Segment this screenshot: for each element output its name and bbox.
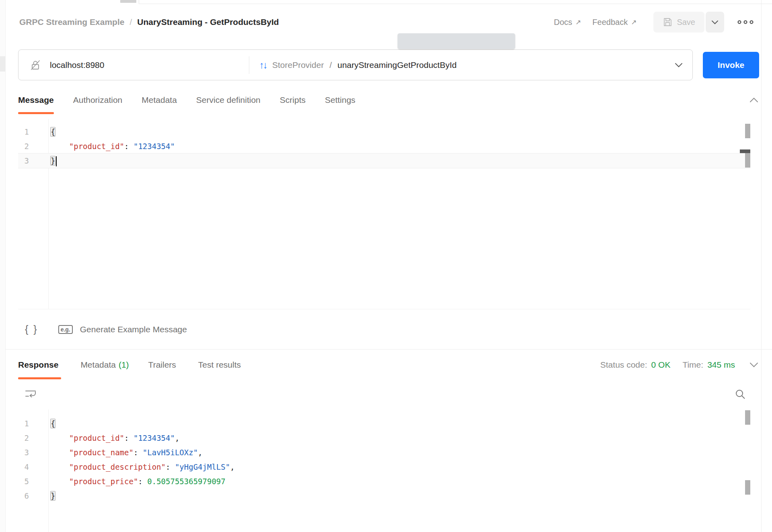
docs-link[interactable]: Docs ↗ [554, 18, 581, 27]
response-status: Status code: 0 OK Time: 345 ms [600, 360, 735, 370]
line-number: 2 [18, 139, 48, 153]
more-actions-button[interactable] [737, 20, 754, 25]
ellipsis-icon [737, 20, 754, 25]
request-header: GRPC Streaming Example / UnaryStreaming … [0, 4, 772, 40]
response-code[interactable]: 1{2 "product_id": "1234354",3 "product_n… [18, 409, 750, 503]
code-text[interactable]: "product_id": "1234354", [48, 431, 179, 445]
time-value: 345 ms [707, 360, 735, 370]
code-line[interactable]: 2 "product_id": "1234354", [18, 431, 750, 445]
tooltip-placeholder [398, 33, 515, 49]
wrap-lines-button[interactable] [25, 389, 37, 399]
code-line[interactable]: 3 "product_name": "LavH5iLOXz", [18, 445, 750, 460]
scrollbar-cursor-mark[interactable] [740, 149, 750, 153]
code-line[interactable]: 3} [18, 153, 750, 168]
code-text[interactable]: { [48, 416, 55, 431]
code-text[interactable]: "product_description": "yHgG4jMlLS", [48, 460, 235, 474]
breadcrumb-separator: / [129, 17, 132, 27]
tab-bar-remnant [6, 0, 772, 4]
chevron-down-icon [749, 362, 758, 368]
wrap-lines-icon [25, 389, 37, 399]
host-field[interactable]: localhost:8980 [18, 59, 249, 71]
line-number: 4 [18, 460, 48, 474]
search-icon [735, 389, 745, 399]
code-line[interactable]: 1{ [18, 416, 750, 431]
tab-label: Response [18, 360, 58, 370]
code-line[interactable]: 6} [18, 489, 750, 503]
tab-test-results[interactable]: Test results [198, 350, 244, 380]
chevron-down-icon [711, 20, 719, 25]
code-line[interactable]: 1{ [18, 125, 750, 139]
request-url-row: localhost:8980 ↑↓ StoreProvider / unaryS… [18, 49, 759, 80]
scrollbar-thumb[interactable] [745, 153, 750, 168]
tab-scripts[interactable]: Scripts [280, 85, 306, 115]
scrollbar-thumb[interactable] [745, 410, 750, 425]
line-number: 2 [18, 431, 48, 445]
chevron-up-icon [749, 98, 758, 103]
message-code[interactable]: 1{2 "product_id": "1234354"3} [18, 119, 750, 168]
sidebar-strip-handle[interactable] [0, 56, 5, 72]
collapse-request-pane-button[interactable] [749, 98, 758, 103]
message-footer: { } e.g. Generate Example Message [0, 309, 772, 349]
docs-label: Docs [554, 18, 572, 27]
code-text[interactable]: "product_id": "1234354" [48, 139, 175, 153]
insecure-connection-icon [30, 59, 41, 71]
url-bar: localhost:8980 ↑↓ StoreProvider / unaryS… [18, 49, 693, 80]
method-name: unaryStreamingGetProductById [337, 60, 456, 70]
response-editor[interactable]: 1{2 "product_id": "1234354",3 "product_n… [18, 409, 750, 532]
tab-response[interactable]: Response [18, 350, 61, 380]
collapse-response-pane-button[interactable] [749, 362, 758, 368]
search-button[interactable] [735, 389, 745, 399]
response-tabs: Response Metadata (1) Trailers Test resu… [18, 350, 758, 380]
response-toolbar [25, 384, 745, 404]
tab-response-metadata[interactable]: Metadata (1) [80, 350, 129, 380]
response-section: Response Metadata (1) Trailers Test resu… [0, 349, 772, 532]
tab-metadata[interactable]: Metadata [142, 85, 177, 115]
feedback-link[interactable]: Feedback ↗ [592, 18, 636, 27]
save-label: Save [677, 18, 695, 27]
header-actions: Docs ↗ Feedback ↗ Save [554, 12, 754, 33]
code-line[interactable]: 4 "product_description": "yHgG4jMlLS", [18, 460, 750, 474]
code-line[interactable]: 2 "product_id": "1234354" [18, 139, 750, 153]
generate-example-button[interactable]: e.g. Generate Example Message [38, 325, 187, 334]
invoke-button[interactable]: Invoke [703, 52, 759, 78]
code-text[interactable]: } [48, 489, 55, 503]
status-code-label: Status code: [600, 360, 647, 370]
scrollbar-thumb[interactable] [745, 124, 750, 138]
scrollbar-thumb[interactable] [745, 480, 750, 495]
status-code-value: 0 OK [651, 360, 671, 370]
line-number: 3 [18, 153, 48, 168]
method-selector[interactable]: ↑↓ StoreProvider / unaryStreamingGetProd… [249, 59, 692, 71]
save-button[interactable]: Save [653, 12, 704, 33]
tab-settings[interactable]: Settings [325, 85, 355, 115]
tab-label: Trailers [148, 360, 176, 370]
code-text[interactable]: "product_price": 0.505755365979097 [48, 474, 226, 489]
line-number: 6 [18, 489, 48, 503]
clipped-tab-title [120, 0, 136, 3]
tab-trailers[interactable]: Trailers [148, 350, 179, 380]
tab-label: Metadata [80, 360, 116, 370]
collapsed-sidebar-strip[interactable] [0, 0, 6, 532]
service-method-separator: / [329, 60, 332, 70]
breadcrumb-collection[interactable]: GRPC Streaming Example [19, 17, 124, 27]
line-number: 3 [18, 445, 48, 460]
up-down-arrows-icon: ↑↓ [259, 59, 267, 71]
pane-divider [761, 0, 762, 532]
tab-authorization[interactable]: Authorization [73, 85, 123, 115]
line-number: 5 [18, 474, 48, 489]
message-editor[interactable]: 1{2 "product_id": "1234354"3} [18, 119, 750, 309]
external-link-icon: ↗ [631, 18, 636, 27]
breadcrumb-request-title: UnaryStreaming - GetProductsById [137, 17, 279, 27]
breadcrumb: GRPC Streaming Example / UnaryStreaming … [19, 17, 279, 27]
tab-service-definition[interactable]: Service definition [196, 85, 261, 115]
save-options-button[interactable] [706, 12, 724, 33]
beautify-icon[interactable]: { } [25, 323, 38, 335]
host-value[interactable]: localhost:8980 [50, 60, 104, 70]
code-text[interactable]: { [48, 125, 55, 139]
code-text[interactable]: "product_name": "LavH5iLOXz", [48, 445, 203, 460]
tab-message[interactable]: Message [18, 85, 54, 115]
method-dropdown-chevron[interactable] [675, 63, 683, 68]
code-line[interactable]: 5 "product_price": 0.505755365979097 [18, 474, 750, 489]
code-text[interactable]: } [48, 153, 57, 168]
external-link-icon: ↗ [575, 18, 581, 27]
time-label: Time: [682, 360, 703, 370]
